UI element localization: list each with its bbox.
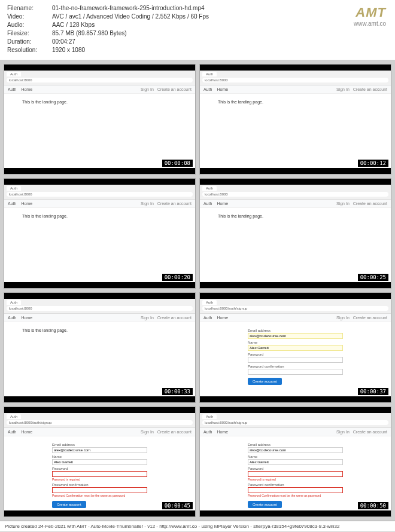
password-input[interactable] — [248, 471, 343, 477]
nav-create[interactable]: Create an account — [353, 316, 387, 320]
nav-brand[interactable]: Auth — [8, 201, 16, 206]
thumbnail-6: Authlocalhost:8000/auth/signup AuthHomeS… — [199, 292, 391, 403]
timestamp: 00:00:20 — [162, 274, 193, 281]
browser-chrome: Auth localhost:8000 — [4, 71, 195, 85]
url-bar[interactable]: localhost:8000/auth/signup — [202, 420, 388, 425]
nav-create[interactable]: Create an account — [353, 201, 387, 206]
email-input[interactable] — [52, 447, 147, 453]
confirm-error: Password Confirmation must be the same a… — [248, 494, 343, 497]
thumbnail-1: Auth localhost:8000 AuthHome Sign InCrea… — [4, 64, 196, 175]
nav-home[interactable]: Home — [21, 316, 32, 320]
landing-text: This is the landing page. — [200, 94, 391, 110]
nav-home[interactable]: Home — [217, 316, 228, 320]
thumbnail-7: Authlocalhost:8000/auth/signup AuthHomeS… — [4, 406, 196, 517]
footer-text: Picture created 24-Feb-2021 with AMT - A… — [0, 521, 395, 531]
nav-create[interactable]: Create an account — [353, 430, 387, 434]
landing-text: This is the landing page. — [200, 208, 391, 224]
url-bar[interactable]: localhost:8000 — [202, 192, 388, 197]
nav-brand[interactable]: Auth — [203, 87, 212, 91]
browser-tab[interactable]: Auth — [202, 300, 217, 305]
nav-create[interactable]: Create an account — [157, 430, 192, 434]
create-account-button[interactable]: Create account — [248, 501, 282, 508]
password-error: Password is required — [248, 478, 343, 481]
nav-brand[interactable]: Auth — [8, 87, 16, 91]
nav-home[interactable]: Home — [21, 201, 32, 206]
nav-bar: AuthHome Sign InCreate an account — [4, 85, 195, 94]
create-account-button[interactable]: Create account — [52, 501, 86, 508]
url-bar[interactable]: localhost:8000 — [7, 192, 193, 197]
timestamp: 00:00:33 — [162, 388, 193, 395]
signup-form: Email address Name Password Password con… — [200, 322, 391, 390]
nav-create[interactable]: Create an account — [157, 87, 192, 91]
password-label: Password — [248, 467, 343, 470]
nav-brand[interactable]: Auth — [203, 201, 212, 206]
email-input[interactable] — [248, 333, 343, 339]
nav-signin[interactable]: Sign In — [141, 87, 154, 91]
nav-signin[interactable]: Sign In — [336, 430, 350, 434]
timestamp: 00:00:08 — [162, 160, 193, 167]
nav-signin[interactable]: Sign In — [336, 87, 350, 91]
name-input[interactable] — [248, 345, 343, 351]
video-value: AVC / avc1 / Advanced Video Coding / 2.5… — [52, 13, 388, 20]
browser-tab[interactable]: Auth — [202, 72, 217, 77]
nav-signin[interactable]: Sign In — [141, 201, 154, 206]
browser-tab[interactable]: Auth — [7, 186, 21, 191]
signup-form: Email address Name Password Password is … — [200, 436, 391, 513]
browser-tab[interactable]: Auth — [7, 72, 21, 77]
url-bar[interactable]: localhost:8000 — [7, 78, 193, 82]
browser-tab[interactable]: Auth — [7, 300, 21, 305]
confirm-label: Password confirmation — [248, 365, 343, 368]
filename-label: Filename: — [7, 5, 52, 11]
password-input[interactable] — [248, 357, 343, 363]
url-bar[interactable]: localhost:8000/auth/signup — [7, 420, 193, 425]
nav-home[interactable]: Home — [217, 201, 228, 206]
nav-create[interactable]: Create an account — [157, 316, 192, 320]
url-bar[interactable]: localhost:8000/auth/signup — [202, 306, 388, 311]
nav-brand[interactable]: Auth — [203, 316, 212, 320]
timestamp: 00:00:45 — [162, 502, 193, 509]
resolution-value: 1920 x 1080 — [52, 47, 388, 53]
confirm-input[interactable] — [248, 487, 343, 493]
browser-tab[interactable]: Auth — [202, 186, 217, 191]
confirm-input[interactable] — [248, 369, 343, 375]
name-label: Name — [248, 455, 343, 458]
create-account-button[interactable]: Create account — [248, 378, 282, 385]
thumbnail-2: Authlocalhost:8000 AuthHomeSign InCreate… — [199, 64, 391, 175]
nav-create[interactable]: Create an account — [353, 87, 387, 91]
url-bar[interactable]: localhost:8000 — [202, 78, 388, 82]
browser-tab[interactable]: Auth — [7, 414, 21, 419]
url-bar[interactable]: localhost:8000 — [7, 306, 193, 311]
filesize-value: 85.7 MB (89.857.980 Bytes) — [52, 30, 388, 36]
landing-text: This is the landing page. — [4, 94, 195, 110]
timestamp: 00:00:25 — [358, 274, 388, 281]
nav-brand[interactable]: Auth — [203, 430, 212, 434]
name-input[interactable] — [52, 459, 147, 465]
resolution-label: Resolution: — [7, 47, 52, 53]
nav-signin[interactable]: Sign In — [141, 430, 154, 434]
nav-home[interactable]: Home — [21, 87, 32, 91]
name-input[interactable] — [248, 459, 343, 465]
nav-home[interactable]: Home — [217, 430, 228, 434]
nav-home[interactable]: Home — [21, 430, 32, 434]
landing-text: This is the landing page. — [4, 322, 195, 338]
name-label: Name — [248, 341, 343, 344]
logo-text: AMT — [354, 5, 386, 20]
nav-brand[interactable]: Auth — [8, 430, 16, 434]
nav-signin[interactable]: Sign In — [141, 316, 154, 320]
nav-brand[interactable]: Auth — [8, 316, 16, 320]
logo-url: www.amt.co — [354, 20, 386, 27]
audio-label: Audio: — [7, 22, 52, 28]
nav-home[interactable]: Home — [217, 87, 228, 91]
timestamp: 00:00:50 — [358, 502, 388, 509]
confirm-label: Password confirmation — [52, 483, 147, 487]
nav-signin[interactable]: Sign In — [336, 316, 350, 320]
browser-tab[interactable]: Auth — [202, 414, 217, 419]
thumbnail-5: Authlocalhost:8000 AuthHomeSign InCreate… — [4, 292, 196, 403]
nav-create[interactable]: Create an account — [157, 201, 192, 206]
video-label: Video: — [7, 13, 52, 20]
amt-logo: AMT www.amt.co — [354, 5, 386, 27]
confirm-input[interactable] — [52, 487, 147, 493]
password-input[interactable] — [52, 471, 147, 477]
email-input[interactable] — [248, 447, 343, 453]
nav-signin[interactable]: Sign In — [336, 201, 350, 206]
